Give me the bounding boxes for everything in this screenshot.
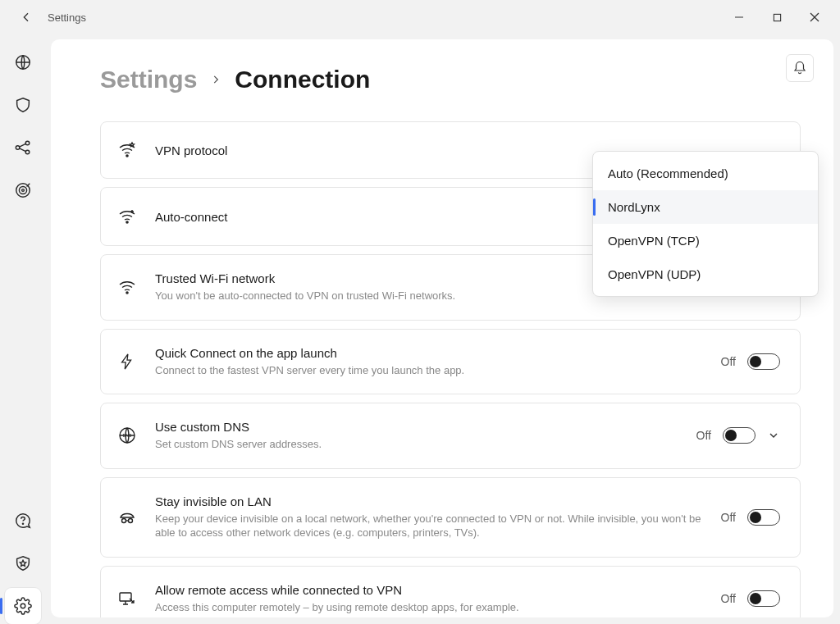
svg-point-15	[126, 292, 128, 294]
toggle-state: Off	[721, 355, 736, 368]
dns-globe-icon: DNS	[116, 424, 139, 447]
minimize-button[interactable]	[720, 4, 758, 30]
svg-point-13	[126, 155, 128, 157]
nav-shield-icon[interactable]	[5, 87, 41, 123]
svg-text:DNS: DNS	[123, 433, 132, 438]
incognito-icon	[116, 506, 139, 529]
row-desc: Access this computer remotely – by using…	[155, 600, 705, 615]
remote-toggle[interactable]	[747, 590, 780, 607]
svg-point-6	[25, 141, 30, 145]
row-custom-dns: DNS Use custom DNS Set custom DNS server…	[100, 403, 801, 469]
window-title: Settings	[48, 11, 86, 24]
row-desc: Keep your device invisible on a local ne…	[155, 512, 705, 540]
remote-desktop-icon	[116, 587, 139, 610]
svg-point-12	[21, 604, 25, 608]
nav-globe-icon[interactable]	[5, 44, 41, 80]
protocol-option-openvpn-tcp[interactable]: OpenVPN (TCP)	[593, 224, 818, 257]
breadcrumb-parent[interactable]: Settings	[100, 66, 197, 93]
svg-point-10	[22, 189, 25, 192]
close-button[interactable]	[796, 4, 833, 30]
row-lan-invisible: Stay invisible on LAN Keep your device i…	[100, 477, 801, 558]
nav-settings-icon[interactable]	[5, 588, 41, 624]
sidebar	[0, 34, 46, 624]
back-button[interactable]	[13, 4, 39, 30]
toggle-state: Off	[721, 511, 736, 524]
row-remote-access: Allow remote access while connected to V…	[100, 566, 801, 617]
protocol-option-auto[interactable]: Auto (Recommended)	[593, 157, 818, 190]
svg-point-9	[19, 186, 26, 194]
wifi-star-icon	[116, 139, 139, 162]
row-quick-connect: Quick Connect on the app launch Connect …	[100, 329, 801, 395]
main: Settings Connection VPN protocol	[46, 34, 840, 624]
toggle-state: Off	[721, 592, 736, 605]
nav-target-icon[interactable]	[5, 172, 41, 208]
row-title: Allow remote access while connected to V…	[155, 583, 705, 597]
breadcrumb: Settings Connection	[100, 66, 801, 93]
chevron-right-icon	[210, 71, 221, 89]
svg-point-19	[129, 518, 133, 522]
quickconnect-toggle[interactable]	[747, 353, 780, 370]
nav-mesh-icon[interactable]	[5, 130, 41, 166]
svg-rect-1	[774, 14, 780, 20]
row-title: Quick Connect on the app launch	[155, 346, 705, 360]
row-title: Stay invisible on LAN	[155, 494, 705, 508]
dns-toggle[interactable]	[723, 427, 756, 444]
wifi-icon	[116, 276, 139, 298]
svg-point-14	[126, 221, 128, 223]
wifi-plus-icon	[116, 205, 139, 228]
titlebar: Settings	[0, 0, 840, 34]
protocol-option-nordlynx[interactable]: NordLynx	[593, 190, 818, 224]
window-controls	[720, 4, 833, 30]
maximize-button[interactable]	[758, 4, 796, 30]
protocol-dropdown: Auto (Recommended) NordLynx OpenVPN (TCP…	[592, 151, 819, 297]
nav-referral-icon[interactable]	[5, 545, 41, 581]
protocol-option-openvpn-udp[interactable]: OpenVPN (UDP)	[593, 257, 818, 291]
svg-point-18	[122, 518, 126, 522]
chevron-down-icon[interactable]	[767, 429, 780, 442]
row-desc: Connect to the fastest VPN server every …	[155, 363, 705, 378]
svg-point-5	[16, 146, 20, 150]
row-desc: Set custom DNS server addresses.	[155, 437, 680, 452]
svg-point-7	[25, 150, 30, 154]
lan-toggle[interactable]	[747, 509, 780, 526]
nav-help-icon[interactable]	[5, 503, 41, 539]
lightning-icon	[116, 350, 139, 373]
toggle-state: Off	[696, 429, 711, 442]
row-title: Use custom DNS	[155, 420, 680, 434]
breadcrumb-current: Connection	[235, 66, 370, 93]
svg-point-11	[22, 523, 23, 524]
svg-rect-20	[120, 593, 131, 601]
settings-panel: Settings Connection VPN protocol	[51, 39, 833, 617]
notifications-button[interactable]	[786, 54, 814, 82]
